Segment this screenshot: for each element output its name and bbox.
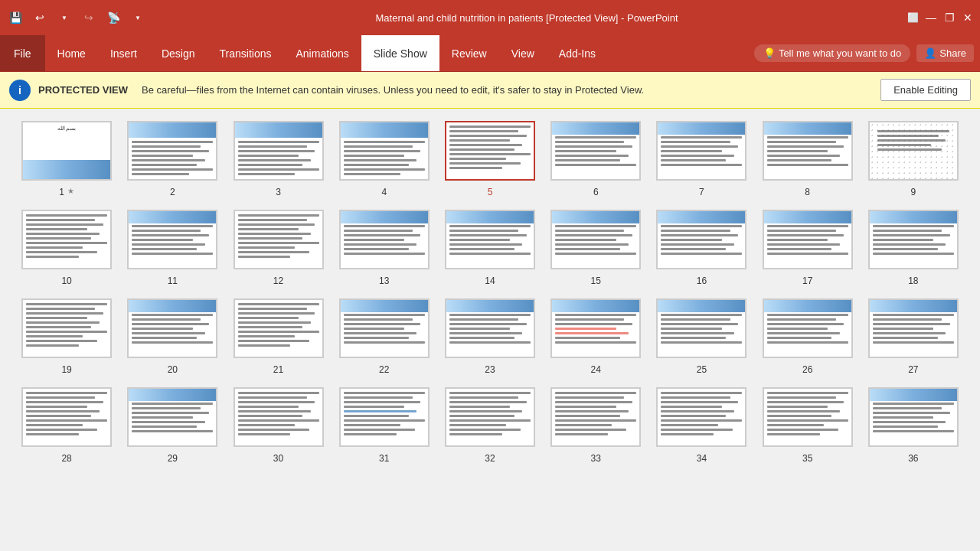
slide-item-17[interactable]: 17 [760, 210, 856, 286]
slide-item-21[interactable]: 21 [230, 298, 326, 375]
slide-number-32: 32 [485, 453, 495, 464]
slide-item-4[interactable]: 4 [336, 121, 433, 197]
slide-number-2: 2 [170, 187, 175, 197]
slide-item-10[interactable]: 10 [18, 210, 115, 286]
slide-item-5[interactable]: 5 [442, 121, 538, 197]
slide-thumb-27[interactable] [868, 298, 959, 358]
minimize-button[interactable]: — [925, 11, 937, 24]
slide-item-13[interactable]: 13 [336, 210, 433, 286]
broadcast-icon[interactable]: 📡 [104, 8, 122, 27]
slide-thumb-1[interactable]: بسم الله [21, 121, 112, 181]
tab-transitions[interactable]: Transitions [207, 35, 284, 71]
slide-item-29[interactable]: 29 [124, 387, 220, 464]
tab-addins[interactable]: Add-Ins [547, 35, 608, 71]
slide-item-14[interactable]: 14 [442, 210, 538, 286]
slide-thumb-36[interactable] [868, 387, 959, 447]
slide-item-8[interactable]: 8 [760, 121, 856, 197]
slide-thumb-3[interactable] [234, 121, 324, 181]
slide-thumb-12[interactable] [234, 210, 324, 269]
slide-thumb-20[interactable] [127, 298, 217, 358]
slide-thumb-16[interactable] [656, 210, 746, 269]
slide-thumb-17[interactable] [763, 210, 853, 269]
slide-item-32[interactable]: 32 [442, 387, 538, 464]
slide-item-15[interactable]: 15 [547, 210, 644, 286]
slide-item-30[interactable]: 30 [230, 387, 326, 464]
slide-thumb-15[interactable] [550, 210, 641, 269]
tab-insert[interactable]: Insert [98, 35, 149, 71]
slide-thumb-14[interactable] [445, 210, 535, 269]
slide-thumb-28[interactable] [21, 387, 112, 447]
slide-thumb-21[interactable] [234, 298, 324, 358]
close-button[interactable]: ✕ [962, 11, 974, 24]
slide-item-7[interactable]: 7 [653, 121, 750, 197]
slide-thumb-2[interactable] [127, 121, 217, 181]
slide-thumb-32[interactable] [445, 387, 535, 447]
restore-button[interactable]: ❐ [943, 11, 956, 24]
tab-file[interactable]: File [0, 35, 45, 71]
enable-editing-button[interactable]: Enable Editing [880, 79, 971, 101]
slide-thumb-26[interactable] [763, 298, 853, 358]
slide-item-28[interactable]: 28 [18, 387, 115, 464]
redo-icon[interactable]: ↪ [80, 8, 98, 27]
slide-thumb-18[interactable] [868, 210, 959, 269]
slide-thumb-33[interactable] [550, 387, 641, 447]
slide-item-6[interactable]: 6 [547, 121, 644, 197]
slide-thumb-4[interactable] [339, 121, 430, 181]
slide-item-16[interactable]: 16 [653, 210, 750, 286]
slide-thumb-23[interactable] [445, 298, 535, 358]
slide-item-3[interactable]: 3 [230, 121, 326, 197]
slide-thumb-35[interactable] [763, 387, 853, 447]
slide-item-1[interactable]: بسم الله 1★ [18, 121, 115, 197]
tab-animations[interactable]: Animations [283, 35, 361, 71]
slide-thumb-6[interactable] [550, 121, 641, 181]
slide-item-24[interactable]: 24 [547, 298, 644, 375]
slide-thumb-31[interactable] [339, 387, 430, 447]
slide-thumb-10[interactable] [21, 210, 112, 269]
save-icon[interactable]: 💾 [6, 8, 24, 27]
slide-thumb-13[interactable] [339, 210, 430, 269]
tab-view[interactable]: View [499, 35, 547, 71]
slide-item-25[interactable]: 25 [653, 298, 750, 375]
slide-grid: بسم الله 1★ 2 3 4 5 6 [18, 121, 962, 464]
slide-item-20[interactable]: 20 [124, 298, 220, 375]
tab-home[interactable]: Home [45, 35, 98, 71]
slide-thumb-24[interactable] [550, 298, 641, 358]
slide-thumb-22[interactable] [339, 298, 430, 358]
slide-item-35[interactable]: 35 [760, 387, 856, 464]
broadcast-dropdown-icon[interactable]: ▼ [129, 8, 147, 27]
slide-thumb-7[interactable] [656, 121, 746, 181]
slide-item-33[interactable]: 33 [547, 387, 644, 464]
slide-number-5: 5 [488, 187, 493, 197]
tab-review[interactable]: Review [439, 35, 499, 71]
undo-icon[interactable]: ↩ [31, 8, 49, 27]
slide-thumb-19[interactable] [21, 298, 112, 358]
tell-me-input[interactable]: 💡 Tell me what you want to do [754, 44, 910, 62]
slide-item-22[interactable]: 22 [336, 298, 433, 375]
slide-item-31[interactable]: 31 [336, 387, 433, 464]
slide-thumb-5[interactable] [445, 121, 535, 181]
tab-slideshow[interactable]: Slide Show [361, 35, 439, 71]
slide-thumb-9[interactable] [868, 121, 959, 181]
slide-thumb-25[interactable] [656, 298, 746, 358]
slide-thumb-8[interactable] [763, 121, 853, 181]
slide-item-34[interactable]: 34 [653, 387, 750, 464]
undo-dropdown-icon[interactable]: ▼ [55, 8, 74, 27]
slide-item-18[interactable]: 18 [865, 210, 962, 286]
slide-item-9[interactable]: 9 [865, 121, 962, 197]
slide-item-27[interactable]: 27 [865, 298, 962, 375]
slide-thumb-29[interactable] [127, 387, 217, 447]
slide-number-36: 36 [908, 453, 918, 464]
slide-item-36[interactable]: 36 [865, 387, 962, 464]
slide-item-23[interactable]: 23 [442, 298, 538, 375]
slide-item-26[interactable]: 26 [760, 298, 856, 375]
help-icon[interactable]: ⬜ [906, 11, 919, 24]
slide-item-11[interactable]: 11 [124, 210, 220, 286]
slide-thumb-34[interactable] [656, 387, 746, 447]
share-button[interactable]: 👤 Share [916, 44, 974, 62]
slide-item-12[interactable]: 12 [230, 210, 326, 286]
slide-item-2[interactable]: 2 [124, 121, 220, 197]
tab-design[interactable]: Design [149, 35, 207, 71]
slide-thumb-30[interactable] [234, 387, 324, 447]
slide-thumb-11[interactable] [127, 210, 217, 269]
slide-item-19[interactable]: 19 [18, 298, 115, 375]
